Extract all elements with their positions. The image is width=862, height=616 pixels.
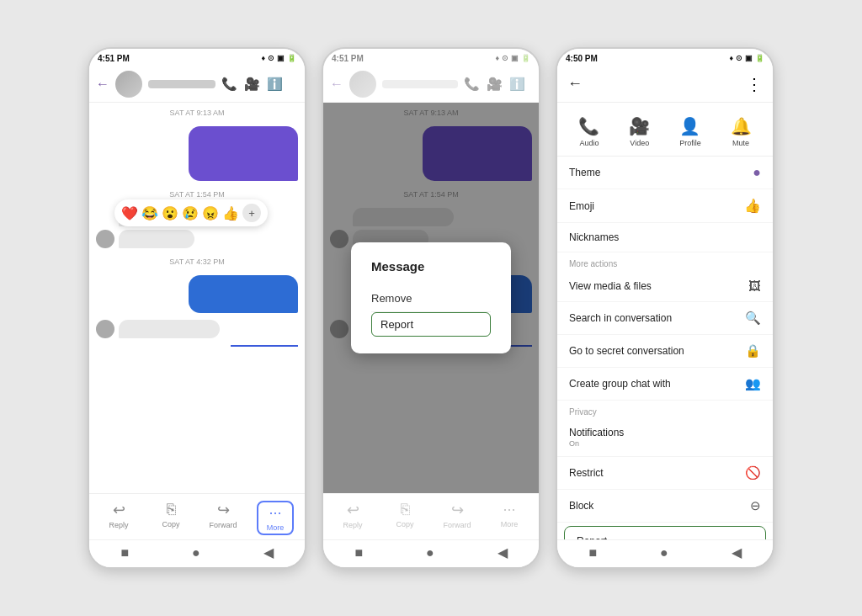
nicknames-label: Nicknames (569, 231, 619, 243)
action-video[interactable]: 🎥 Video (629, 116, 650, 147)
status-bar-2: 4:51 PM ♦ ⊙ ▣ 🔋 (323, 49, 539, 66)
bubble-blue-1 (189, 275, 298, 313)
copy-button[interactable]: ⎘ Copy (152, 501, 189, 535)
reaction-heart[interactable]: ❤️ (121, 205, 138, 221)
block-row[interactable]: Block ⊖ (557, 490, 773, 523)
profile-label: Profile (679, 139, 701, 147)
modal-report-item[interactable]: Report (371, 312, 491, 337)
status-time-2: 4:51 PM (332, 54, 364, 63)
video-label: Video (630, 139, 649, 147)
forward-button-2[interactable]: ↪ Forward (439, 501, 476, 535)
info-icon-2[interactable]: ℹ️ (509, 77, 525, 92)
restrict-icon: 🚫 (745, 465, 761, 481)
back-button-3[interactable]: ← (567, 75, 583, 93)
more-label-2: More (501, 520, 519, 528)
left-bubble-2a (119, 320, 220, 338)
info-icon-1[interactable]: ℹ️ (267, 77, 283, 92)
left-bubble-container-2 (96, 320, 298, 338)
more-button-2[interactable]: ··· More (491, 501, 528, 535)
nav-back-1[interactable]: ◀ (263, 544, 274, 560)
secret-convo-label: Go to secret conversation (569, 345, 684, 357)
contact-name-1 (148, 80, 216, 88)
create-group-row[interactable]: Create group chat with 👥 (557, 368, 773, 401)
video-icon-1[interactable]: 🎥 (244, 77, 260, 92)
copy-label: Copy (162, 520, 179, 528)
view-media-icon: 🖼 (748, 279, 761, 293)
settings-header: ← ⋮ (557, 66, 773, 103)
nav-square-2[interactable]: ■ (354, 545, 363, 560)
reaction-bar: ❤️ 😂 😮 😢 😠 👍 + (114, 199, 268, 226)
theme-row[interactable]: Theme ● (557, 157, 773, 189)
nav-circle-1[interactable]: ● (192, 545, 200, 560)
more-dots-button[interactable]: ⋮ (746, 74, 763, 94)
restrict-row[interactable]: Restrict 🚫 (557, 457, 773, 490)
view-media-row[interactable]: View media & files 🖼 (557, 270, 773, 302)
nicknames-row[interactable]: Nicknames (557, 223, 773, 252)
back-button-1[interactable]: ← (96, 77, 109, 92)
status-bar-3: 4:50 PM ♦ ⊙ ▣ 🔋 (557, 49, 773, 66)
action-profile[interactable]: 👤 Profile (679, 116, 701, 147)
left-bubbles-2 (119, 320, 220, 338)
time-label-1b: SAT AT 1:54 PM (96, 190, 298, 199)
reaction-sad[interactable]: 😢 (182, 205, 199, 221)
forward-icon: ↪ (217, 501, 230, 519)
status-time-3: 4:50 PM (566, 54, 598, 63)
status-time-1: 4:51 PM (98, 54, 130, 63)
nav-square-3[interactable]: ■ (588, 545, 597, 560)
nav-back-3[interactable]: ◀ (732, 544, 742, 560)
modal-overlay: Message Remove Report (323, 103, 539, 493)
call-icon-1[interactable]: 📞 (221, 77, 237, 92)
copy-icon: ⎘ (167, 501, 176, 518)
more-label: More (267, 523, 285, 532)
forward-label: Forward (209, 521, 237, 529)
back-button-2[interactable]: ← (330, 77, 343, 92)
more-button[interactable]: ··· More (257, 501, 294, 535)
video-icon-2[interactable]: 🎥 (487, 77, 503, 92)
call-icon-2[interactable]: 📞 (464, 77, 480, 92)
avatar-1 (115, 71, 142, 98)
reply-label-2: Reply (343, 521, 362, 529)
bubble-right-1 (189, 126, 298, 181)
reaction-angry[interactable]: 😠 (202, 205, 219, 221)
reaction-wow[interactable]: 😮 (162, 205, 178, 221)
forward-label-2: Forward (443, 521, 471, 529)
nav-square-1[interactable]: ■ (120, 545, 129, 560)
reaction-add-button[interactable]: + (242, 204, 261, 222)
block-label: Block (569, 500, 593, 512)
reaction-thumbs[interactable]: 👍 (222, 205, 239, 221)
status-icons-3: ♦ ⊙ ▣ 🔋 (729, 54, 764, 62)
avatar-2 (349, 71, 376, 98)
forward-button[interactable]: ↪ Forward (205, 501, 242, 535)
mute-label: Mute (732, 139, 749, 147)
notifications-row[interactable]: Notifications On (557, 418, 773, 457)
nav-circle-2[interactable]: ● (426, 545, 434, 560)
status-icons-2: ♦ ⊙ ▣ 🔋 (495, 54, 530, 62)
reaction-laugh[interactable]: 😂 (141, 205, 158, 221)
status-bar-1: 4:51 PM ♦ ⊙ ▣ 🔋 (89, 49, 305, 66)
nav-back-2[interactable]: ◀ (498, 544, 508, 560)
action-mute[interactable]: 🔔 Mute (731, 116, 752, 147)
reply-icon-2: ↩ (347, 501, 359, 519)
more-icon-2: ··· (503, 501, 515, 518)
emoji-row[interactable]: Emoji 👍 (557, 189, 773, 223)
status-icons-1: ♦ ⊙ ▣ 🔋 (261, 54, 296, 62)
phone-3: 4:50 PM ♦ ⊙ ▣ 🔋 ← ⋮ 📞 Audio 🎥 Video 👤 Pr… (556, 47, 774, 569)
modal-remove-item[interactable]: Remove (371, 285, 491, 312)
action-audio[interactable]: 📞 Audio (578, 116, 599, 147)
header-actions-2: 📞 🎥 ℹ️ (464, 77, 525, 92)
copy-button-2[interactable]: ⎘ Copy (386, 501, 423, 535)
privacy-section: Privacy (557, 401, 773, 418)
settings-action-row: 📞 Audio 🎥 Video 👤 Profile 🔔 Mute (557, 103, 773, 157)
search-convo-row[interactable]: Search in conversation 🔍 (557, 302, 773, 335)
create-group-icon: 👥 (745, 376, 761, 391)
audio-icon: 📞 (578, 116, 599, 136)
reply-button-2[interactable]: ↩ Reply (334, 501, 371, 535)
nav-circle-3[interactable]: ● (660, 545, 668, 560)
report-row[interactable]: Report Give feedback and report conversa… (564, 526, 766, 539)
chat-area-1: SAT AT 9:13 AM SAT AT 1:54 PM ❤️ 😂 😮 😢 😠… (89, 103, 305, 493)
reply-button[interactable]: ↩ Reply (100, 501, 137, 535)
modal-title: Message (371, 259, 491, 273)
secret-convo-row[interactable]: Go to secret conversation 🔒 (557, 335, 773, 368)
time-label-1a: SAT AT 9:13 AM (96, 109, 298, 117)
input-indicator (231, 345, 298, 347)
